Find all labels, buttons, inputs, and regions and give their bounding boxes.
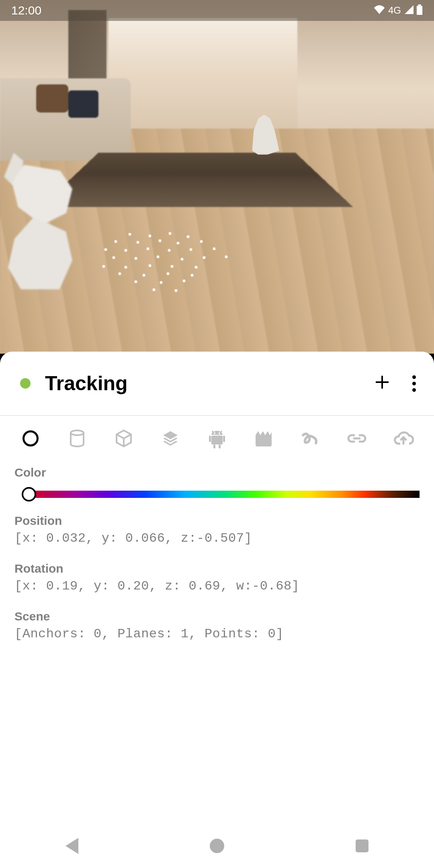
ar-camera-view[interactable] [0,0,434,354]
ar-dog-model [0,153,96,313]
status-icons: 4G [374,4,423,16]
add-button[interactable] [374,373,390,393]
svg-point-5 [214,432,215,434]
tool-cube-icon[interactable] [113,427,135,450]
rotation-label: Rotation [14,562,420,575]
tool-layers-icon[interactable] [159,427,182,450]
scene-section: Scene [Anchors: 0, Planes: 1, Points: 0] [0,602,434,649]
color-section: Color [0,461,434,506]
position-section: Position [x: 0.032, y: 0.066, z:-0.507] [0,506,434,554]
status-time: 12:00 [11,4,41,17]
navigation-bar [0,824,434,868]
tool-cylinder-icon[interactable] [66,427,88,450]
more-options-button[interactable] [412,375,416,392]
color-track [29,491,420,498]
svg-point-4 [71,430,84,435]
rotation-section: Rotation [x: 0.19, y: 0.20, z: 0.69, w:-… [0,554,434,602]
panel-header: Tracking [0,352,434,416]
svg-rect-8 [209,436,211,442]
tool-cloud-upload-icon[interactable] [392,427,415,450]
bottom-panel: Tracking [0,352,434,868]
rotation-value: [x: 0.19, y: 0.20, z: 0.69, w:-0.68] [14,579,420,594]
svg-rect-7 [211,436,223,444]
svg-rect-11 [219,444,221,448]
svg-point-6 [219,432,220,434]
color-label: Color [14,466,420,479]
position-value: [x: 0.032, y: 0.066, z:-0.507] [14,531,420,546]
status-bar: 12:00 4G [0,0,434,21]
battery-icon [416,4,423,16]
color-thumb[interactable] [22,487,36,502]
nav-back-button[interactable] [66,838,78,854]
tool-android-icon[interactable] [206,427,228,450]
network-label: 4G [388,5,401,16]
tool-circle-icon[interactable] [19,427,42,450]
tool-gesture-icon[interactable] [299,427,321,450]
tool-link-icon[interactable] [346,427,368,450]
svg-rect-1 [417,6,422,15]
svg-rect-9 [223,436,225,442]
tracking-feature-points [96,229,241,301]
tool-video-icon[interactable] [252,427,275,450]
tool-row [0,416,434,461]
scene-label: Scene [14,610,420,623]
nav-recent-button[interactable] [356,839,368,852]
signal-icon [404,5,414,16]
svg-rect-10 [213,444,215,448]
svg-rect-0 [418,4,421,6]
wifi-icon [374,5,385,16]
panel-title: Tracking [45,372,374,395]
color-slider[interactable] [14,487,420,501]
scene-value: [Anchors: 0, Planes: 1, Points: 0] [14,626,420,641]
position-label: Position [14,514,420,528]
nav-home-button[interactable] [210,839,224,853]
tracking-status-indicator [20,378,31,389]
